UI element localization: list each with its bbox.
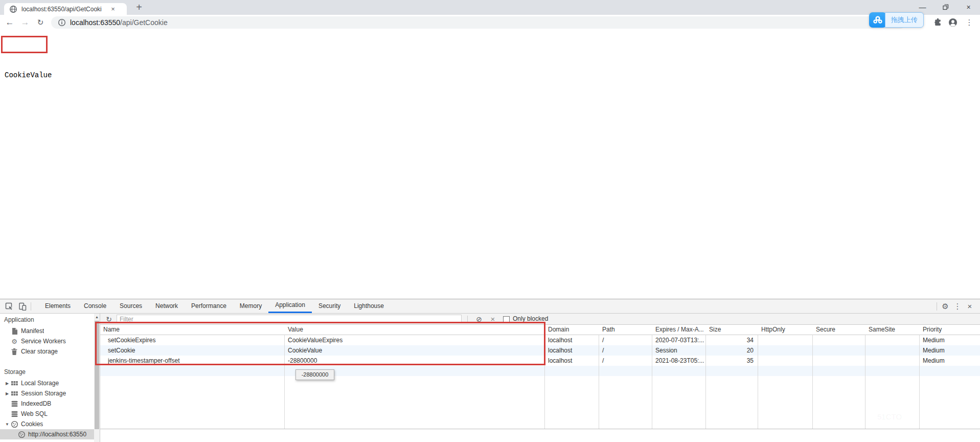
devtools-tab-memory[interactable]: Memory xyxy=(233,299,268,313)
devtools-tab-security[interactable]: Security xyxy=(312,299,347,313)
cell-path[interactable]: / xyxy=(599,345,652,356)
devtools-kebab-icon[interactable]: ⋮ xyxy=(951,301,964,312)
scroll-up-icon[interactable]: ▲ xyxy=(94,314,100,320)
cell-size[interactable]: 34 xyxy=(706,335,758,345)
cell-expires[interactable]: 2021-08-23T05:... xyxy=(652,356,706,366)
devtools-tab-performance[interactable]: Performance xyxy=(185,299,233,313)
cell-name[interactable]: jenkins-timestamper-offset xyxy=(100,356,285,366)
cell-path[interactable]: / xyxy=(599,356,652,366)
cell-secure[interactable] xyxy=(813,335,865,345)
column-header-expires[interactable]: Expires / Max-A... xyxy=(652,325,706,335)
cell-httponly[interactable] xyxy=(758,356,813,366)
extensions-icon[interactable] xyxy=(930,15,945,30)
only-blocked-checkbox[interactable] xyxy=(503,316,510,323)
sidebar-item-web-sql[interactable]: Web SQL xyxy=(0,409,95,419)
new-tab-button[interactable]: + xyxy=(132,1,146,14)
cell-domain[interactable]: localhost xyxy=(545,356,599,366)
cell-expires[interactable]: 2020-07-03T13:... xyxy=(652,335,706,345)
sidebar-item-service-workers[interactable]: ⚙Service Workers xyxy=(0,336,95,346)
cell-value[interactable]: CookieValue xyxy=(285,345,545,356)
devtools-tab-sources[interactable]: Sources xyxy=(113,299,149,313)
cell-priority[interactable]: Medium xyxy=(920,345,980,356)
column-header-secure[interactable]: Secure xyxy=(813,325,865,335)
column-header-domain[interactable]: Domain xyxy=(545,325,599,335)
restore-icon[interactable] xyxy=(934,0,957,14)
sidebar-item-local-storage[interactable]: ▶Local Storage xyxy=(0,378,95,388)
inspect-icon[interactable] xyxy=(4,302,14,311)
sidebar-item-label: Manifest xyxy=(21,327,44,335)
forward-icon[interactable]: → xyxy=(18,15,32,30)
back-icon[interactable]: ← xyxy=(3,15,16,30)
avatar-icon[interactable] xyxy=(946,15,960,30)
sidebar-item-manifest[interactable]: Manifest xyxy=(0,326,95,336)
column-header-path[interactable]: Path xyxy=(599,325,652,335)
clear-storage-icon xyxy=(10,347,18,356)
address-bar[interactable]: localhost:63550/api/GetCookie xyxy=(51,16,906,29)
sidebar-item-clear-storage[interactable]: Clear storage xyxy=(0,346,95,357)
browser-tab[interactable]: localhost:63550/api/GetCooki × xyxy=(4,3,127,15)
devtools-sidebar: ApplicationManifest⚙Service WorkersClear… xyxy=(0,314,100,442)
cell-name[interactable]: setCookieExpires xyxy=(100,335,285,345)
url-text: localhost:63550/api/GetCookie xyxy=(70,18,168,27)
tab-title: localhost:63550/api/GetCooki xyxy=(21,6,107,13)
devtools-tab-lighthouse[interactable]: Lighthouse xyxy=(347,299,391,313)
cell-value[interactable]: CookieValueExpires xyxy=(285,335,545,345)
column-header-name[interactable]: Name xyxy=(100,325,285,335)
device-toolbar-icon[interactable] xyxy=(17,302,28,311)
sidebar-section-storage: Storage xyxy=(0,366,100,378)
cell-expires[interactable]: Session xyxy=(652,345,706,356)
cell-httponly[interactable] xyxy=(758,335,813,345)
devtools-tab-application[interactable]: Application xyxy=(268,299,312,313)
cell-httponly[interactable] xyxy=(758,345,813,356)
sidebar-item-http-localhost-63550[interactable]: http://localhost:63550 xyxy=(0,429,95,439)
sidebar-item-label: Local Storage xyxy=(21,380,59,387)
database-icon xyxy=(10,400,18,408)
cell-secure[interactable] xyxy=(813,345,865,356)
info-icon[interactable] xyxy=(58,18,66,27)
cell-domain[interactable]: localhost xyxy=(545,345,599,356)
devtools-tab-bar: ElementsConsoleSourcesNetworkPerformance… xyxy=(0,299,980,314)
cell-samesite[interactable] xyxy=(865,345,920,356)
chevron-right-icon[interactable]: ▶ xyxy=(4,381,10,386)
close-icon[interactable]: × xyxy=(957,0,980,14)
column-header-samesite[interactable]: SameSite xyxy=(865,325,920,335)
cell-value[interactable]: -28800000 xyxy=(285,356,545,366)
divider xyxy=(937,302,937,311)
devtools-tab-elements[interactable]: Elements xyxy=(38,299,77,313)
sidebar-item-indexeddb[interactable]: IndexedDB xyxy=(0,399,95,409)
settings-gear-icon[interactable]: ⚙ xyxy=(939,301,951,312)
cell-size[interactable]: 20 xyxy=(706,345,758,356)
filter-input[interactable] xyxy=(117,315,462,323)
reload-icon[interactable]: ↻ xyxy=(34,15,47,30)
tab-close-icon[interactable]: × xyxy=(108,5,118,14)
block-icon[interactable]: ⊘ xyxy=(473,314,485,324)
cell-size[interactable]: 35 xyxy=(706,356,758,366)
kebab-icon[interactable]: ⋮ xyxy=(962,15,976,30)
sidebar-scrollbar[interactable]: ▲ xyxy=(94,314,100,442)
cell-priority[interactable]: Medium xyxy=(920,356,980,366)
clear-filter-icon[interactable]: × xyxy=(487,314,498,324)
devtools-tab-network[interactable]: Network xyxy=(149,299,185,313)
sidebar-item-cookies[interactable]: ▼Cookies xyxy=(0,419,95,429)
cell-secure[interactable] xyxy=(813,356,865,366)
upload-badge[interactable]: 拖拽上传 xyxy=(869,12,924,28)
column-header-size[interactable]: Size xyxy=(706,325,758,335)
cell-samesite[interactable] xyxy=(865,356,920,366)
cell-samesite[interactable] xyxy=(865,335,920,345)
devtools-tab-console[interactable]: Console xyxy=(77,299,113,313)
chevron-down-icon[interactable]: ▼ xyxy=(4,422,10,427)
cell-path[interactable]: / xyxy=(599,335,652,345)
column-header-priority[interactable]: Priority xyxy=(920,325,980,335)
cell-priority[interactable]: Medium xyxy=(920,335,980,345)
scrollbar-thumb[interactable] xyxy=(95,321,99,429)
column-header-value[interactable]: Value xyxy=(285,325,545,335)
column-header-httponly[interactable]: HttpOnly xyxy=(758,325,813,335)
url-host: localhost:63550 xyxy=(70,18,120,27)
upload-badge-label: 拖拽上传 xyxy=(885,12,924,28)
cell-domain[interactable]: localhost xyxy=(545,335,599,345)
devtools-close-icon[interactable]: × xyxy=(964,301,976,312)
chevron-right-icon[interactable]: ▶ xyxy=(4,391,10,396)
cell-name[interactable]: setCookie xyxy=(100,345,285,356)
sidebar-item-session-storage[interactable]: ▶Session Storage xyxy=(0,388,95,399)
refresh-icon[interactable]: ↻ xyxy=(103,314,115,324)
